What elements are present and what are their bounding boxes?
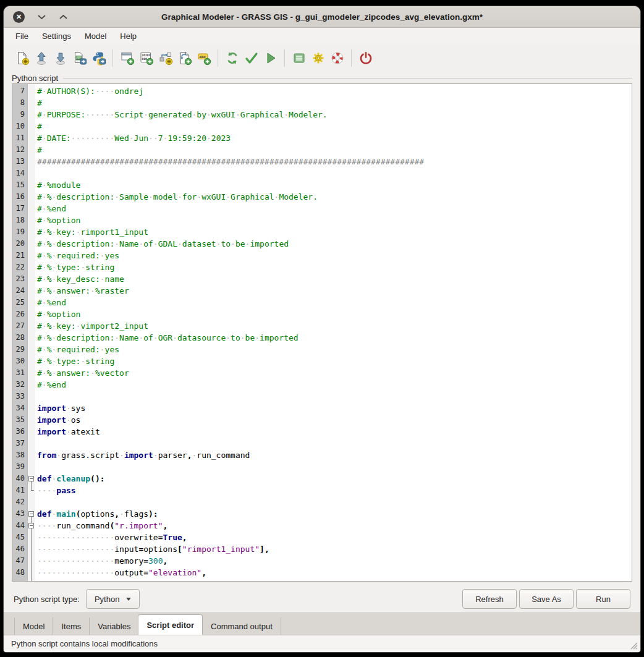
code-text[interactable]: #·%·required:·yes [35,344,119,355]
script-type-dropdown[interactable]: Python [86,589,140,609]
script-editor[interactable]: 7#·AUTHOR(S):····ondrej8#9#·PURPOSE:····… [12,83,632,582]
code-text[interactable]: #·%·type:·string [35,355,114,367]
add-command-button[interactable] [117,49,137,68]
code-text[interactable]: import·sys [35,402,85,414]
code-text[interactable] [35,167,37,179]
code-text[interactable]: ····pass [35,485,76,496]
fold-margin [27,532,35,543]
variables-button[interactable] [289,49,308,68]
menu-settings[interactable]: Settings [35,29,78,43]
save-model-button[interactable] [51,49,70,68]
tab-variables[interactable]: Variables [89,617,138,635]
code-row: 41····pass [12,485,632,496]
resize-grip[interactable] [629,641,638,650]
new-model-button[interactable] [12,49,32,68]
line-number: 26 [12,308,27,320]
load-model-icon [34,51,49,66]
tab-command-output[interactable]: Command output [203,617,281,635]
code-text[interactable]: ················input=options["rimport1_… [35,543,269,555]
code-text[interactable]: # [35,97,42,109]
code-text[interactable]: def·main(options,·flags): [35,508,158,520]
validate-button[interactable] [242,49,261,68]
code-row: 25#·%end [12,297,632,308]
add-relation-button[interactable] [156,49,175,68]
code-text[interactable]: #·%option [35,214,80,226]
add-loop-button[interactable] [175,49,194,68]
quit-button[interactable] [356,49,375,68]
fold-margin [27,167,35,179]
code-text[interactable]: #·%end [35,297,66,308]
code-text[interactable]: # [35,144,42,156]
line-number: 11 [12,132,27,144]
run-button[interactable] [261,49,280,68]
code-text[interactable] [35,438,37,449]
fold-toggle-icon[interactable] [28,523,34,528]
svg-text:OIO: OIO [142,57,147,61]
code-text[interactable]: ########################################… [35,156,424,167]
code-text[interactable]: #·%·key:·rimport1_input [35,226,148,238]
tab-model[interactable]: Model [14,617,53,635]
code-text[interactable]: ················memory=300, [35,555,167,567]
tab-script-editor[interactable]: Script editor [138,614,203,635]
line-number: 44 [12,520,27,532]
refresh-button[interactable]: Refresh [462,589,517,609]
menu-file[interactable]: File [9,29,35,43]
settings-button[interactable] [308,49,328,68]
title-bar: ✕ Graphical Modeler - GRASS GIS - g_gui_… [4,6,640,28]
code-text[interactable]: #·%end [35,379,66,391]
code-text[interactable]: #·%·description:·Name·of·GDAL·dataset·to… [35,238,289,250]
add-data-button[interactable]: IOIOIOIO [137,49,156,68]
code-text[interactable]: #·AUTHOR(S):····ondrej [35,85,143,97]
menu-help[interactable]: Help [113,29,143,43]
code-text[interactable]: #·PURPOSE:······Script·generated·by·wxGU… [35,109,328,121]
code-text[interactable]: ················output="elevation", [35,567,206,579]
maximize-button[interactable] [59,14,68,20]
code-text[interactable]: # [35,121,42,132]
code-text[interactable] [35,391,37,402]
save-as-button[interactable]: Save As [519,589,574,609]
dropdown-caret-icon [126,598,131,601]
export-image-button[interactable] [70,49,89,68]
code-text[interactable]: #·%option [35,308,80,320]
tab-items[interactable]: Items [53,617,89,635]
fold-toggle-icon[interactable] [28,476,34,481]
code-text[interactable]: #·%·answer:·%vector [35,367,129,379]
code-text[interactable]: #·%·description:·Name·of·OGR·datasource·… [35,332,299,344]
code-text[interactable]: #·%module [35,179,80,191]
add-comment-button[interactable]: abc [194,49,213,68]
fold-margin [27,144,35,156]
close-button[interactable]: ✕ [13,11,25,23]
code-text[interactable]: #·%·type:·string [35,261,114,273]
code-text[interactable]: import·atexit [35,426,100,438]
export-python-button[interactable] [89,49,108,68]
code-text[interactable]: ················overwrite=True, [35,532,187,543]
fold-toggle-icon[interactable] [28,511,34,517]
line-number: 10 [12,121,27,132]
code-text[interactable]: #·%·required:·yes [35,250,119,261]
menu-model[interactable]: Model [78,29,113,43]
code-text[interactable]: #·DATE:·········Wed·Jun··7·19:59:20·2023 [35,132,231,144]
code-text[interactable]: #·%·description:·Sample·model·for·wxGUI·… [35,191,318,203]
code-text[interactable]: from·grass.script·import·parser,·run_com… [35,449,250,461]
help-button[interactable] [328,49,347,68]
code-text[interactable]: #·%·key:·vimport2_input [35,320,148,332]
fold-margin [27,121,35,132]
code-text[interactable] [35,496,37,508]
export-image-icon [72,51,87,66]
code-text[interactable]: def·cleanup(): [35,473,105,485]
code-text[interactable] [35,461,37,473]
quit-icon [358,51,373,66]
variables-icon [292,51,307,66]
load-model-button[interactable] [32,49,51,68]
code-text[interactable]: ····run_command("r.import", [35,520,167,532]
code-text[interactable]: import·os [35,414,80,426]
code-text[interactable]: #·%·key_desc:·name [35,273,124,285]
code-text[interactable]: #·%·answer:·%raster [35,285,129,297]
run-icon [263,51,278,66]
code-text[interactable]: #·%end [35,203,66,214]
minimize-button[interactable] [37,14,46,20]
run-button[interactable]: Run [576,589,630,609]
redraw-button[interactable] [222,49,242,68]
fold-margin [27,367,35,379]
code-text[interactable]: ················resample="nearest" [35,579,201,582]
